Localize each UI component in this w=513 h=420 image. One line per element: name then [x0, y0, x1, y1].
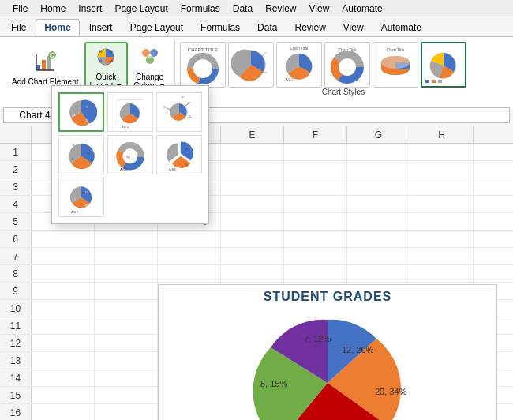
tab-formulas[interactable]: Formulas — [193, 20, 248, 36]
cell[interactable] — [284, 178, 347, 195]
cell[interactable] — [410, 196, 474, 212]
row-header-15: 15 — [0, 387, 32, 403]
cell[interactable] — [95, 231, 158, 247]
menu-item-home[interactable]: Home — [34, 2, 72, 16]
chart-area[interactable]: STUDENT GRADES 12, 20% 20, 34% 11, 19% 8… — [158, 284, 497, 420]
cell[interactable] — [347, 248, 410, 264]
layout-item-3[interactable]: % % % — [156, 92, 202, 132]
cell[interactable] — [347, 231, 410, 247]
cell[interactable] — [95, 248, 158, 264]
chart-thumb-1[interactable]: CHART TITLE — [180, 42, 226, 88]
menu-item-view[interactable]: View — [303, 2, 336, 16]
layout-item-1[interactable]: % % % — [58, 92, 104, 132]
cell[interactable] — [347, 144, 410, 160]
col-header-g: G — [347, 126, 410, 143]
chart-thumb-5[interactable]: Chart Title — [373, 42, 418, 88]
cell[interactable] — [347, 213, 410, 230]
layout-item-5[interactable]: % A B C — [107, 135, 153, 174]
cell[interactable] — [32, 317, 95, 334]
cell[interactable] — [284, 231, 347, 247]
cell[interactable] — [32, 231, 95, 247]
cell[interactable] — [95, 317, 158, 334]
svg-text:7, 12%: 7, 12% — [304, 334, 331, 343]
cell[interactable] — [221, 161, 284, 178]
svg-point-32 — [381, 56, 410, 69]
cell[interactable] — [284, 196, 347, 212]
svg-text:Chart Title: Chart Title — [338, 47, 356, 52]
cell[interactable] — [410, 231, 474, 247]
tab-home[interactable]: Home — [36, 19, 79, 36]
cell[interactable] — [95, 387, 158, 403]
cell[interactable] — [158, 248, 221, 264]
cell[interactable] — [284, 144, 347, 160]
cell[interactable] — [347, 161, 410, 178]
tab-insert[interactable]: Insert — [81, 20, 121, 36]
layout-item-4[interactable]: % % % — [58, 135, 104, 174]
cell[interactable] — [158, 231, 221, 247]
menu-item-file[interactable]: File — [6, 2, 34, 16]
menu-item-automate[interactable]: Automate — [335, 2, 388, 16]
cell[interactable] — [95, 404, 158, 420]
svg-text:%: % — [110, 49, 114, 54]
svg-text:7: 7 — [74, 198, 76, 201]
layout-item-6[interactable]: A B C % % — [156, 135, 202, 174]
cell[interactable] — [95, 369, 158, 386]
cell[interactable] — [32, 265, 95, 282]
cell[interactable] — [221, 213, 284, 230]
cell[interactable] — [347, 178, 410, 195]
cell[interactable] — [221, 231, 284, 247]
cell[interactable] — [95, 335, 158, 351]
cell[interactable] — [410, 161, 474, 178]
chart-title: STUDENT GRADES — [264, 290, 391, 304]
cell[interactable] — [221, 265, 284, 282]
cell[interactable] — [410, 144, 474, 160]
tab-data[interactable]: Data — [249, 20, 285, 36]
cell[interactable] — [284, 213, 347, 230]
tab-review[interactable]: Review — [286, 20, 333, 36]
menu-item-formulas[interactable]: Formulas — [174, 2, 227, 16]
tab-page layout[interactable]: Page Layout — [122, 20, 191, 36]
cell[interactable] — [32, 248, 95, 264]
cell[interactable] — [221, 144, 284, 160]
chart-thumb-3[interactable]: Chart Title A B C — [276, 42, 322, 88]
menu-item-insert[interactable]: Insert — [72, 2, 108, 16]
cell[interactable] — [347, 265, 410, 282]
menu-item-page layout[interactable]: Page Layout — [108, 2, 174, 16]
cell[interactable] — [410, 265, 474, 282]
cell[interactable] — [221, 248, 284, 264]
chart-thumb-6[interactable] — [421, 42, 466, 88]
cell[interactable] — [95, 265, 158, 282]
cell[interactable] — [32, 300, 95, 317]
cell[interactable] — [32, 369, 95, 386]
cell[interactable] — [284, 248, 347, 264]
cell[interactable] — [95, 283, 158, 299]
cell[interactable] — [158, 265, 221, 282]
cell[interactable] — [95, 300, 158, 317]
chart-content: STUDENT GRADES 12, 20% 20, 34% 11, 19% 8… — [159, 285, 496, 420]
menu-item-review[interactable]: Review — [259, 2, 302, 16]
tab-file[interactable]: File — [3, 20, 34, 36]
cell[interactable] — [284, 161, 347, 178]
svg-point-16 — [148, 54, 152, 58]
cell[interactable] — [32, 352, 95, 369]
tab-automate[interactable]: Automate — [373, 20, 429, 36]
chart-thumb-4[interactable]: Chart Title — [324, 42, 370, 88]
layout-item-7[interactable]: A B C 12 20 7 — [58, 178, 104, 217]
cell[interactable] — [347, 196, 410, 212]
layout-item-2[interactable]: A B C — [107, 92, 153, 132]
cell[interactable] — [32, 283, 95, 299]
cell[interactable] — [410, 178, 474, 195]
chart-thumb-2[interactable] — [228, 42, 274, 88]
cell[interactable] — [410, 248, 474, 264]
add-chart-element-button[interactable]: Add Chart Element — [8, 48, 83, 88]
tab-view[interactable]: View — [335, 20, 372, 36]
cell[interactable] — [284, 265, 347, 282]
cell[interactable] — [221, 178, 284, 195]
cell[interactable] — [95, 352, 158, 369]
cell[interactable] — [32, 404, 95, 420]
cell[interactable] — [221, 196, 284, 212]
cell[interactable] — [32, 387, 95, 403]
cell[interactable] — [410, 213, 474, 230]
cell[interactable] — [32, 335, 95, 351]
menu-item-data[interactable]: Data — [227, 2, 259, 16]
